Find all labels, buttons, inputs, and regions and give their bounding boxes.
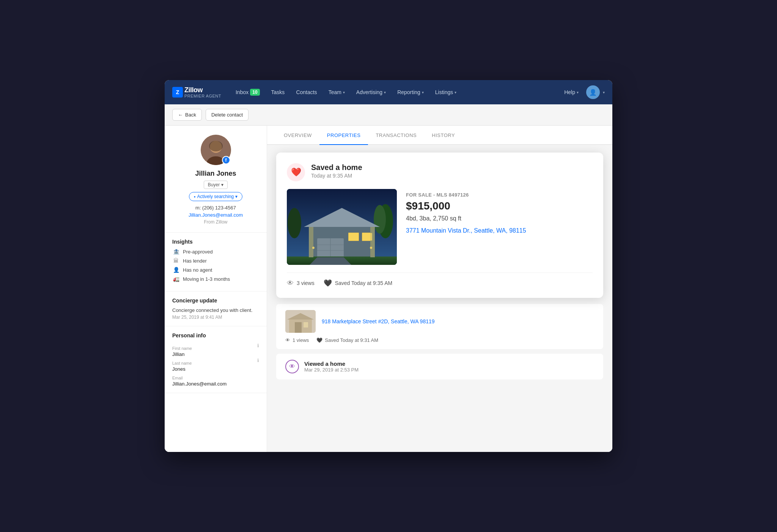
personal-info-title: Personal info xyxy=(172,332,259,338)
activity-title: Saved a home xyxy=(311,163,362,172)
inbox-badge: 10 xyxy=(250,89,260,96)
last-name-label: Last name xyxy=(172,361,192,365)
user-avatar[interactable]: 👤 xyxy=(586,85,600,99)
main-content: f Jillian Jones Buyer ▾ ● Actively searc… xyxy=(165,126,612,452)
avatar-wrapper: f xyxy=(201,135,231,165)
has-lender-label: Has lender xyxy=(183,258,207,264)
moving-label: Moving in 1-3 months xyxy=(183,276,230,282)
nav-contacts[interactable]: Contacts xyxy=(291,86,321,98)
property-address[interactable]: 3771 Mountain Vista Dr., Seattle, WA, 98… xyxy=(406,227,593,235)
buyer-type-badge[interactable]: Buyer ▾ xyxy=(204,181,228,189)
email-row: Email Jillian.Jones@email.com xyxy=(172,372,259,387)
avatar-chevron-icon: ▾ xyxy=(603,90,605,94)
contact-email[interactable]: Jillian.Jones@email.com xyxy=(189,212,243,218)
nav-reporting[interactable]: Reporting ▾ xyxy=(393,86,428,98)
heart-icon: ❤️ xyxy=(287,163,305,181)
search-status-badge[interactable]: ● Actively searching ▾ xyxy=(189,192,243,201)
tab-properties[interactable]: PROPERTIES xyxy=(319,126,368,145)
toolbar: ← Back Delete contact xyxy=(165,104,612,126)
reporting-label: Reporting xyxy=(397,89,420,95)
svg-rect-19 xyxy=(309,227,313,257)
views-count: 3 views xyxy=(297,280,315,286)
moving-icon: 🚛 xyxy=(172,276,180,282)
saved-home-card: ❤️ Saved a home Today at 9:35 AM xyxy=(276,153,603,298)
email-value: Jillian.Jones@email.com xyxy=(172,381,226,387)
last-name-info-icon[interactable]: ℹ xyxy=(257,358,259,363)
secondary-stats: 👁 1 views 🖤 Saved Today at 9:31 AM xyxy=(285,337,594,343)
help-chevron-icon: ▾ xyxy=(577,90,579,94)
secondary-property-row: 918 Marketplace Street #2D, Seattle, WA … xyxy=(285,310,594,333)
back-label: Back xyxy=(185,112,196,118)
back-arrow-icon: ← xyxy=(178,112,183,118)
lender-icon: 🏛 xyxy=(172,258,180,264)
viewed-home-item: 👁 Viewed a home Mar 29, 2019 at 2:53 PM xyxy=(276,354,603,379)
back-button[interactable]: ← Back xyxy=(172,109,202,121)
viewed-home-title: Viewed a home xyxy=(304,360,359,367)
brand: Z Zillow PREMIER AGENT xyxy=(172,86,221,98)
svg-point-6 xyxy=(288,208,301,238)
property-image xyxy=(287,189,397,265)
delete-contact-button[interactable]: Delete contact xyxy=(206,109,249,121)
tab-overview[interactable]: OVERVIEW xyxy=(276,126,319,145)
team-label: Team xyxy=(329,89,341,95)
buyer-label: Buyer xyxy=(208,182,220,187)
concierge-date: Mar 25, 2019 at 9:41 AM xyxy=(172,315,259,320)
personal-info-section: Personal info First name Jillian ℹ Last … xyxy=(165,326,267,393)
concierge-title: Concierge update xyxy=(172,297,259,304)
property-stats: 👁 3 views 🖤 Saved Today at 9:35 AM xyxy=(287,272,593,287)
viewed-home-info: Viewed a home Mar 29, 2019 at 2:53 PM xyxy=(304,360,359,373)
secondary-property-image xyxy=(285,310,316,333)
zillow-logo: Z Zillow PREMIER AGENT xyxy=(172,86,221,98)
secondary-property-address[interactable]: 918 Marketplace Street #2D, Seattle, WA … xyxy=(322,318,435,324)
last-name-row: Last name Jones ℹ xyxy=(172,357,259,372)
views-stat: 👁 3 views xyxy=(287,279,315,287)
contact-phone: m: (206) 123-4567 xyxy=(195,205,236,211)
nav-advertising[interactable]: Advertising ▾ xyxy=(352,86,390,98)
pre-approved-label: Pre-approved xyxy=(183,249,213,255)
right-content: OVERVIEW PROPERTIES TRANSACTIONS HISTORY… xyxy=(267,126,612,452)
facebook-badge: f xyxy=(222,156,230,164)
secondary-heart-icon: 🖤 xyxy=(316,337,322,343)
svg-rect-29 xyxy=(304,322,308,327)
nav-listings[interactable]: Listings ▾ xyxy=(431,86,461,98)
eye-icon: 👁 xyxy=(287,279,294,287)
secondary-views: 1 views xyxy=(293,337,309,343)
nav-team[interactable]: Team ▾ xyxy=(324,86,349,98)
viewed-home-date: Mar 29, 2019 at 2:53 PM xyxy=(304,367,359,373)
nav-help[interactable]: Help ▾ xyxy=(560,86,583,98)
svg-rect-20 xyxy=(370,227,375,257)
tasks-label: Tasks xyxy=(271,89,285,95)
contact-avatar-section: f Jillian Jones Buyer ▾ ● Actively searc… xyxy=(165,135,267,233)
status-label: Actively searching xyxy=(197,194,234,199)
saved-stat: 🖤 Saved Today at 9:35 AM xyxy=(324,279,393,287)
first-name-value: Jillian xyxy=(172,351,192,357)
status-chevron-icon: ▾ xyxy=(235,194,238,199)
heart-filled-icon: 🖤 xyxy=(324,279,332,287)
insight-no-agent: 👤 Has no agent xyxy=(172,267,259,273)
activity-info: Saved a home Today at 9:35 AM xyxy=(311,163,362,179)
email-label: Email xyxy=(172,376,226,380)
first-name-info-icon[interactable]: ℹ xyxy=(257,343,259,348)
nav-inbox[interactable]: Inbox 10 xyxy=(231,86,264,99)
tabs-bar: OVERVIEW PROPERTIES TRANSACTIONS HISTORY xyxy=(267,126,612,145)
tab-transactions[interactable]: TRANSACTIONS xyxy=(368,126,424,145)
tab-history[interactable]: HISTORY xyxy=(424,126,462,145)
svg-rect-22 xyxy=(362,233,372,241)
advertising-label: Advertising xyxy=(356,89,382,95)
inbox-label: Inbox xyxy=(236,89,249,95)
saved-label: Saved Today at 9:35 AM xyxy=(335,280,393,286)
property-info: FOR SALE - MLS 8497126 $915,000 4bd, 3ba… xyxy=(406,189,593,265)
nav-right: Help ▾ 👤 ▾ xyxy=(560,85,605,99)
insight-pre-approved: 🏦 Pre-approved xyxy=(172,249,259,255)
secondary-views-stat: 👁 1 views xyxy=(285,337,309,343)
nav-tasks[interactable]: Tasks xyxy=(267,86,289,98)
property-status: FOR SALE - MLS 8497126 xyxy=(406,192,593,198)
activity-subtitle: Today at 9:35 AM xyxy=(311,173,362,179)
no-agent-icon: 👤 xyxy=(172,267,180,273)
buyer-chevron-icon: ▾ xyxy=(221,182,223,187)
insights-section: Insights 🏦 Pre-approved 🏛 Has lender 👤 H… xyxy=(165,233,267,291)
property-detail-row: FOR SALE - MLS 8497126 $915,000 4bd, 3ba… xyxy=(287,189,593,265)
delete-label: Delete contact xyxy=(211,112,243,118)
svg-point-24 xyxy=(370,247,372,249)
zillow-brand-text: Zillow xyxy=(184,86,221,94)
